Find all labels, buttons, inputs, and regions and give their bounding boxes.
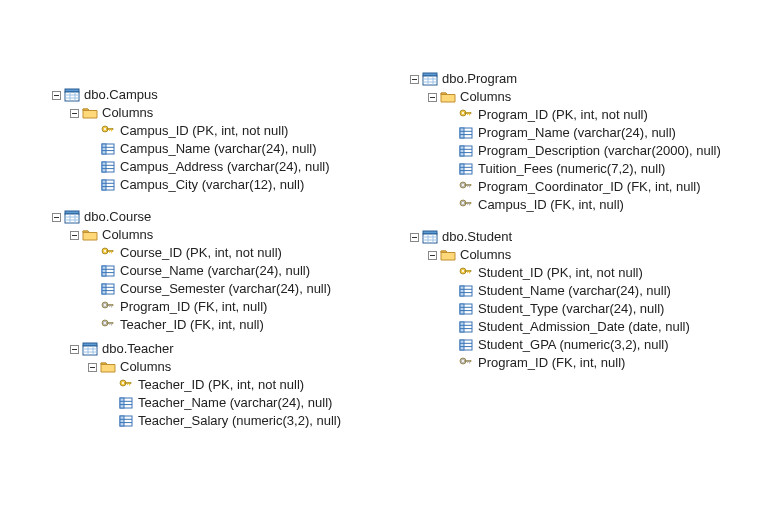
column-label: Student_ID (PK, int, not null) [478, 264, 643, 282]
tree-node-label: dbo.Campus [84, 86, 158, 104]
svg-rect-155 [467, 362, 468, 363]
svg-rect-59 [109, 324, 110, 325]
tree-node[interactable]: Course_Semester (varchar(24), null) [50, 280, 341, 298]
tree-node[interactable]: Student_Type (varchar(24), null) [408, 300, 721, 318]
tree-node[interactable]: Student_GPA (numeric(3,2), null) [408, 336, 721, 354]
tree-node[interactable]: Campus_Address (varchar(24), null) [50, 158, 341, 176]
column-icon [458, 319, 474, 335]
tree-node[interactable]: Campus_Name (varchar(24), null) [50, 140, 341, 158]
expand-toggle[interactable] [68, 343, 80, 355]
column-label: Program_ID (FK, int, null) [120, 298, 267, 316]
tree-node[interactable]: Columns [50, 358, 341, 376]
expand-spacer [444, 109, 456, 121]
column-label: Student_Name (varchar(24), null) [478, 282, 671, 300]
tree-node[interactable]: Teacher_ID (FK, int, null) [50, 316, 341, 334]
foreign-key-icon [458, 197, 474, 213]
tree-node[interactable]: Program_Description (varchar(2000), null… [408, 142, 721, 160]
svg-rect-58 [111, 324, 112, 326]
tree-node-label: Columns [102, 104, 153, 122]
expand-spacer [444, 321, 456, 333]
svg-rect-113 [469, 186, 470, 188]
tree-node[interactable]: Student_Name (varchar(24), null) [408, 282, 721, 300]
svg-rect-144 [460, 322, 464, 332]
tree-node[interactable]: Columns [408, 246, 721, 264]
expand-spacer [444, 285, 456, 297]
svg-rect-74 [127, 384, 128, 385]
tree-node[interactable]: Campus_ID (FK, int, null) [408, 196, 721, 214]
expand-toggle[interactable] [426, 249, 438, 261]
tree-node[interactable]: Course_Name (varchar(24), null) [50, 262, 341, 280]
tree-node[interactable]: dbo.Teacher [50, 340, 341, 358]
svg-rect-114 [467, 186, 468, 187]
tree-node[interactable]: dbo.Program [408, 70, 721, 88]
svg-rect-41 [109, 252, 110, 253]
expand-toggle[interactable] [408, 73, 420, 85]
tree-node[interactable]: Teacher_Salary (numeric(3,2), null) [50, 412, 341, 430]
expand-toggle[interactable] [408, 231, 420, 243]
svg-point-11 [104, 128, 106, 130]
column-label: Campus_ID (PK, int, not null) [120, 122, 288, 140]
svg-point-131 [462, 270, 464, 272]
tree-node[interactable]: Campus_City (varchar(12), null) [50, 176, 341, 194]
tree-node[interactable]: Tuition_Fees (numeric(7,2), null) [408, 160, 721, 178]
tree-node[interactable]: Columns [50, 104, 341, 122]
tree-node[interactable]: dbo.Student [408, 228, 721, 246]
tree-node[interactable]: Program_ID (FK, int, null) [408, 354, 721, 372]
tree-node[interactable]: Teacher_Name (varchar(24), null) [50, 394, 341, 412]
svg-rect-134 [467, 272, 468, 273]
column-icon [100, 281, 116, 297]
tree-node[interactable]: Student_ID (PK, int, not null) [408, 264, 721, 282]
expand-spacer [104, 379, 116, 391]
table-icon [422, 229, 438, 245]
table-icon [64, 209, 80, 225]
tree-node[interactable]: Columns [408, 88, 721, 106]
tree-node[interactable]: Program_Name (varchar(24), null) [408, 124, 721, 142]
expand-toggle[interactable] [68, 107, 80, 119]
column-label: Course_Name (varchar(24), null) [120, 262, 310, 280]
tree-node-label: Columns [102, 226, 153, 244]
folder-icon [82, 105, 98, 121]
expand-spacer [86, 301, 98, 313]
tree-node[interactable]: dbo.Campus [50, 86, 341, 104]
column-label: Program_ID (FK, int, null) [478, 354, 625, 372]
table-icon [82, 341, 98, 357]
column-label: Student_Admission_Date (date, null) [478, 318, 690, 336]
column-label: Teacher_Name (varchar(24), null) [138, 394, 332, 412]
svg-rect-99 [460, 128, 464, 138]
column-label: Campus_Name (varchar(24), null) [120, 140, 317, 158]
tree-node[interactable]: Program_ID (PK, int, not null) [408, 106, 721, 124]
column-label: Program_Coordinator_ID (FK, int, null) [478, 178, 701, 196]
column-icon [118, 413, 134, 429]
expand-spacer [444, 145, 456, 157]
tree-node[interactable]: Program_Coordinator_ID (FK, int, null) [408, 178, 721, 196]
expand-toggle[interactable] [50, 89, 62, 101]
tree-node[interactable]: Program_ID (FK, int, null) [50, 298, 341, 316]
tree-node[interactable]: Course_ID (PK, int, not null) [50, 244, 341, 262]
tree-node[interactable]: Columns [50, 226, 341, 244]
tree-canvas: dbo.CampusColumnsCampus_ID (PK, int, not… [0, 0, 757, 516]
svg-rect-30 [65, 214, 79, 223]
svg-rect-107 [460, 164, 464, 174]
expand-spacer [86, 179, 98, 191]
expand-spacer [444, 181, 456, 193]
tree-node-label: Columns [120, 358, 171, 376]
expand-toggle[interactable] [68, 229, 80, 241]
tree-node[interactable]: dbo.Course [50, 208, 341, 226]
column-label: Student_Type (varchar(24), null) [478, 300, 664, 318]
expand-toggle[interactable] [86, 361, 98, 373]
column-icon [458, 125, 474, 141]
column-label: Course_Semester (varchar(24), null) [120, 280, 331, 298]
tree-node[interactable]: Teacher_ID (PK, int, not null) [50, 376, 341, 394]
expand-toggle[interactable] [426, 91, 438, 103]
svg-rect-148 [460, 340, 464, 350]
svg-rect-96 [469, 114, 470, 116]
folder-icon [440, 247, 456, 263]
svg-rect-97 [467, 114, 468, 115]
expand-toggle[interactable] [50, 211, 62, 223]
column-icon [458, 143, 474, 159]
tree-node-label: dbo.Teacher [102, 340, 174, 358]
tree-node[interactable]: Campus_ID (PK, int, not null) [50, 122, 341, 140]
svg-rect-47 [102, 284, 106, 294]
tree-node[interactable]: Student_Admission_Date (date, null) [408, 318, 721, 336]
column-icon [118, 395, 134, 411]
